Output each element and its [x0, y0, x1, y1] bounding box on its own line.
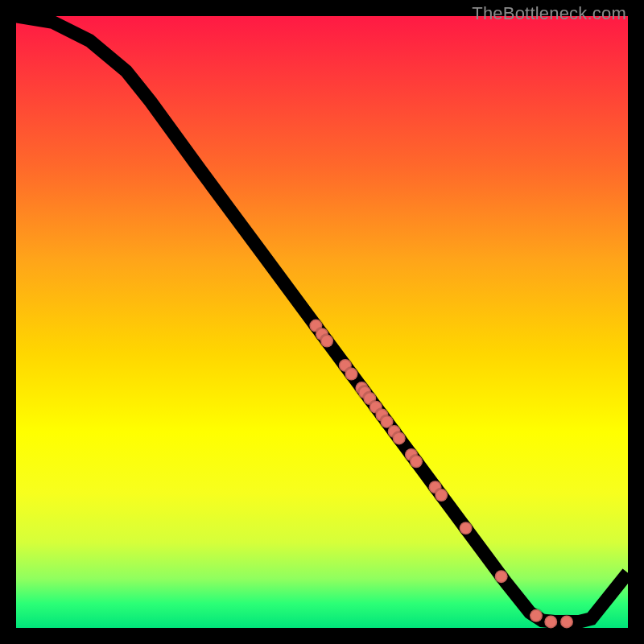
data-point [544, 615, 557, 628]
data-point [410, 455, 423, 468]
data-point [345, 368, 358, 381]
watermark-text: TheBottleneck.com [472, 3, 626, 24]
data-point [320, 335, 333, 348]
plot-area [16, 16, 628, 628]
data-points-group [309, 320, 573, 629]
bottleneck-curve [16, 16, 628, 621]
data-point [560, 615, 573, 628]
data-point [460, 522, 473, 535]
data-point [530, 609, 543, 622]
data-point [495, 570, 508, 583]
data-point [435, 489, 448, 502]
data-point [393, 431, 406, 444]
chart-svg [16, 16, 628, 628]
